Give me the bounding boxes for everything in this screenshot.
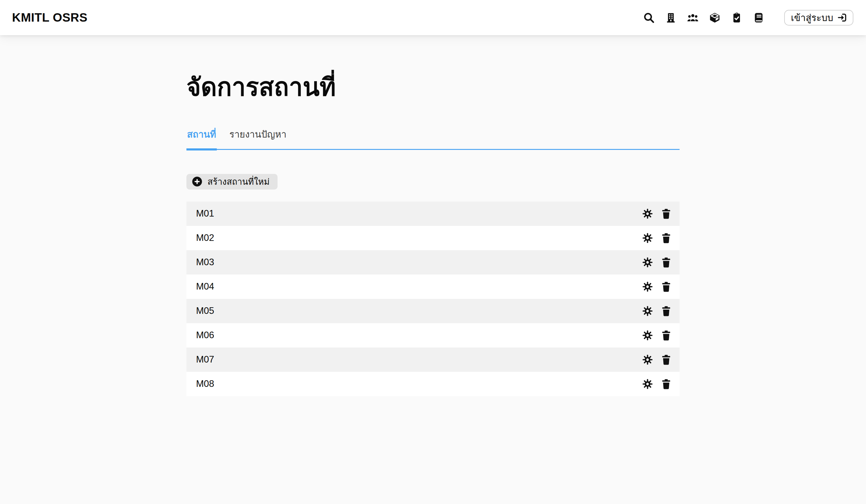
location-delete-button[interactable] (660, 232, 672, 244)
row-actions (641, 232, 672, 244)
nav-box-button[interactable] (708, 11, 721, 24)
location-row: M08 (186, 372, 680, 396)
gear-icon (642, 354, 653, 365)
trash-icon (660, 378, 672, 390)
sign-in-icon (837, 13, 847, 22)
location-settings-button[interactable] (641, 232, 654, 244)
location-settings-button[interactable] (641, 329, 654, 342)
page-title: จัดการสถานที่ (186, 71, 680, 103)
location-name: M08 (196, 378, 214, 389)
location-row: M06 (186, 323, 680, 347)
trash-icon (660, 330, 672, 341)
plus-circle-icon (192, 176, 202, 187)
location-delete-button[interactable] (660, 305, 672, 317)
trash-icon (660, 208, 672, 219)
row-actions (641, 353, 672, 366)
login-button-label: เข้าสู่ระบบ (791, 10, 833, 25)
navbar: KMITL OSRS (0, 0, 866, 35)
row-actions (641, 207, 672, 220)
gear-icon (642, 306, 653, 317)
location-name: M06 (196, 330, 214, 341)
tab-locations[interactable]: สถานที่ (186, 127, 217, 149)
box-icon (709, 12, 720, 23)
location-row: M04 (186, 275, 680, 299)
location-name: M01 (196, 208, 214, 219)
nav-buildings-button[interactable] (664, 11, 677, 24)
create-location-label: สร้างสถานที่ใหม่ (208, 175, 270, 188)
gear-icon (642, 208, 653, 219)
clipboard-check-icon (731, 12, 742, 23)
row-actions (641, 329, 672, 342)
nav-users-button[interactable] (686, 11, 699, 24)
create-location-button[interactable]: สร้างสถานที่ใหม่ (186, 174, 278, 190)
location-settings-button[interactable] (641, 305, 654, 317)
nav-tasks-button[interactable] (730, 11, 743, 24)
login-button[interactable]: เข้าสู่ระบบ (784, 10, 853, 25)
location-name: M04 (196, 281, 214, 292)
tab-problem-reports[interactable]: รายงานปัญหา (229, 127, 287, 149)
building-icon (665, 12, 677, 23)
row-actions (641, 280, 672, 293)
location-delete-button[interactable] (660, 329, 672, 342)
location-row: M01 (186, 202, 680, 226)
location-settings-button[interactable] (641, 207, 654, 220)
gear-icon (642, 330, 653, 341)
location-row: M07 (186, 347, 680, 372)
location-settings-button[interactable] (641, 378, 654, 390)
location-name: M03 (196, 257, 214, 267)
location-name: M02 (196, 232, 214, 243)
main-content: จัดการสถานที่ สถานที่ รายงานปัญหา สร้างส… (186, 71, 680, 396)
location-list: M01 (186, 202, 680, 396)
row-actions (641, 256, 672, 268)
location-row: M02 (186, 226, 680, 250)
location-settings-button[interactable] (641, 256, 654, 268)
gear-icon (642, 281, 653, 292)
nav-search-button[interactable] (642, 11, 656, 24)
location-settings-button[interactable] (641, 280, 654, 293)
location-row: M05 (186, 299, 680, 323)
row-actions (641, 378, 672, 390)
gear-icon (642, 257, 653, 268)
gear-icon (642, 378, 653, 390)
trash-icon (660, 354, 672, 365)
location-delete-button[interactable] (660, 353, 672, 366)
trash-icon (660, 281, 672, 292)
book-icon (753, 12, 764, 23)
search-icon (643, 12, 655, 23)
location-delete-button[interactable] (660, 207, 672, 220)
location-name: M05 (196, 306, 214, 316)
trash-icon (660, 232, 672, 244)
location-row: M03 (186, 250, 680, 275)
gear-icon (642, 232, 653, 244)
location-delete-button[interactable] (660, 378, 672, 390)
brand-logo: KMITL OSRS (12, 11, 88, 24)
users-icon (687, 12, 699, 23)
navbar-actions: เข้าสู่ระบบ (642, 10, 853, 25)
location-name: M07 (196, 354, 214, 365)
tab-bar: สถานที่ รายงานปัญหา (186, 127, 680, 150)
nav-book-button[interactable] (752, 11, 765, 24)
location-delete-button[interactable] (660, 280, 672, 293)
trash-icon (660, 257, 672, 268)
location-delete-button[interactable] (660, 256, 672, 268)
row-actions (641, 305, 672, 317)
trash-icon (660, 306, 672, 317)
location-settings-button[interactable] (641, 353, 654, 366)
